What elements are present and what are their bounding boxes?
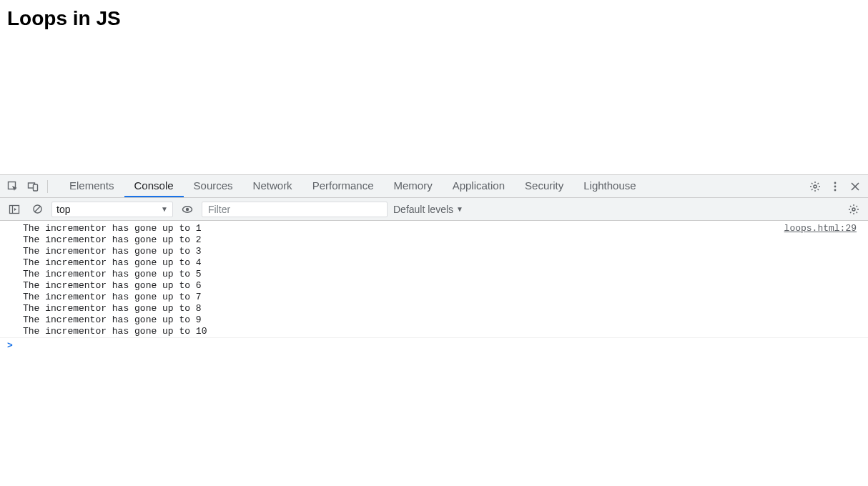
device-toolbar-icon[interactable] — [24, 178, 41, 195]
devtools-tabs: Elements Console Sources Network Perform… — [59, 175, 646, 197]
devtools-tabbar: Elements Console Sources Network Perform… — [0, 175, 868, 198]
log-line: The incrementor has gone up to 9 — [23, 314, 784, 326]
log-levels-dropdown[interactable]: Default levels ▼ — [393, 204, 463, 215]
console-output[interactable]: The incrementor has gone up to 1The incr… — [0, 221, 868, 486]
execution-context-select[interactable]: top ▼ — [51, 202, 173, 217]
more-menu-icon[interactable] — [827, 178, 844, 195]
console-prompt[interactable]: > — [0, 338, 868, 354]
tab-application[interactable]: Application — [443, 175, 515, 197]
tab-security[interactable]: Security — [515, 175, 573, 197]
svg-point-3 — [814, 185, 817, 188]
log-line: The incrementor has gone up to 3 — [23, 246, 784, 257]
log-message-lines: The incrementor has gone up to 1The incr… — [20, 223, 784, 337]
log-source-link[interactable]: loops.html:29 — [784, 223, 868, 234]
clear-console-icon[interactable] — [29, 201, 46, 218]
log-line: The incrementor has gone up to 10 — [23, 326, 784, 337]
svg-point-12 — [186, 207, 189, 210]
svg-point-5 — [834, 185, 837, 187]
divider — [47, 180, 48, 193]
page-heading: Loops in JS — [7, 7, 861, 30]
tab-performance[interactable]: Performance — [302, 175, 384, 197]
log-line: The incrementor has gone up to 6 — [23, 280, 784, 292]
close-devtools-icon[interactable] — [847, 178, 864, 195]
chevron-down-icon: ▼ — [456, 205, 463, 213]
log-line: The incrementor has gone up to 4 — [23, 257, 784, 269]
svg-point-13 — [852, 208, 855, 211]
chevron-down-icon: ▼ — [161, 205, 168, 213]
tab-network[interactable]: Network — [243, 175, 302, 197]
devtools-panel: Elements Console Sources Network Perform… — [0, 174, 868, 486]
toolbar-right-icons — [845, 201, 862, 218]
tab-memory[interactable]: Memory — [384, 175, 443, 197]
log-line: The incrementor has gone up to 8 — [23, 303, 784, 314]
prompt-chevron-icon: > — [0, 340, 20, 352]
svg-rect-2 — [34, 184, 38, 191]
console-toolbar: top ▼ Default levels ▼ — [0, 198, 868, 221]
inspect-element-icon[interactable] — [4, 178, 21, 195]
log-line: The incrementor has gone up to 2 — [23, 234, 784, 246]
toggle-sidebar-icon[interactable] — [6, 201, 23, 218]
svg-point-6 — [834, 189, 837, 191]
tabbar-right-icons — [807, 178, 864, 195]
svg-line-10 — [34, 207, 40, 212]
tab-console[interactable]: Console — [124, 175, 184, 197]
tab-sources[interactable]: Sources — [184, 175, 243, 197]
console-settings-icon[interactable] — [845, 201, 862, 218]
tab-elements[interactable]: Elements — [59, 175, 124, 197]
log-line: The incrementor has gone up to 5 — [23, 269, 784, 280]
settings-icon[interactable] — [807, 178, 824, 195]
log-line: The incrementor has gone up to 7 — [23, 292, 784, 303]
filter-input[interactable] — [202, 202, 388, 217]
svg-point-4 — [834, 182, 837, 184]
page-viewport: Loops in JS — [0, 0, 868, 174]
tab-lighthouse[interactable]: Lighthouse — [573, 175, 646, 197]
levels-label: Default levels — [393, 204, 453, 215]
log-line: The incrementor has gone up to 1 — [23, 223, 784, 234]
log-gutter — [0, 223, 20, 337]
live-expression-icon[interactable] — [179, 201, 196, 218]
console-log-entry: The incrementor has gone up to 1The incr… — [0, 221, 868, 338]
context-label: top — [56, 204, 70, 215]
